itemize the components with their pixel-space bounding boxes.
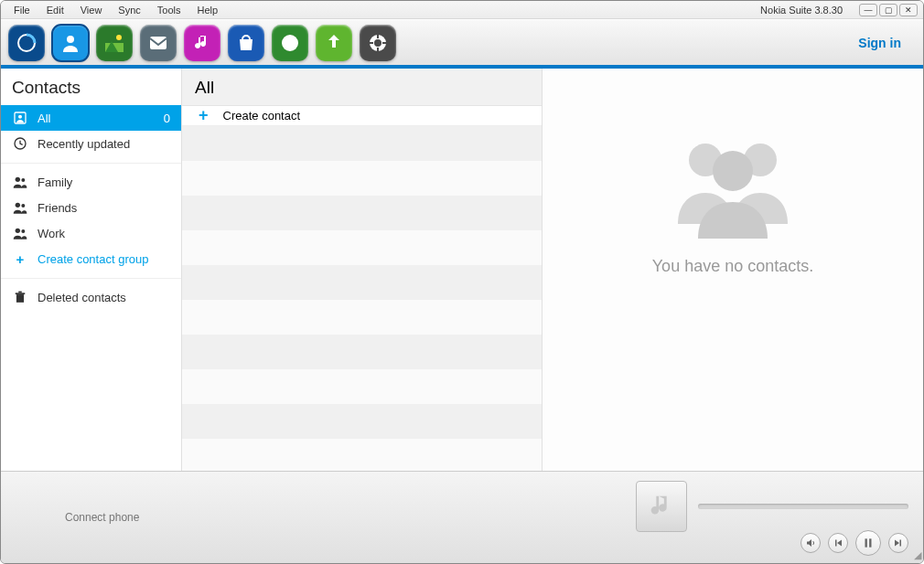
trash-icon: [12, 290, 28, 304]
menu-edit[interactable]: Edit: [39, 3, 71, 17]
group-icon: [12, 227, 28, 239]
contacts-icon[interactable]: [52, 25, 89, 61]
svg-point-18: [21, 204, 25, 208]
svg-rect-11: [382, 42, 387, 44]
music-player: [636, 481, 908, 532]
list-header: All: [182, 69, 542, 106]
sidebar-item-count: 0: [164, 112, 170, 125]
menu-sync[interactable]: Sync: [111, 3, 147, 17]
svg-point-19: [16, 229, 20, 233]
sidebar-item-label: Friends: [38, 201, 77, 215]
sidebar-create-group[interactable]: + Create contact group: [1, 246, 181, 271]
sidebar-item-label: All: [38, 112, 50, 125]
main-area: Contacts All 0 Recently updated Family F…: [1, 69, 923, 471]
group-icon: [12, 201, 28, 214]
app-title: Nokia Suite 3.8.30: [760, 5, 843, 16]
svg-point-26: [713, 151, 753, 191]
next-button[interactable]: [888, 533, 908, 553]
svg-rect-21: [16, 294, 24, 303]
create-contact-label: Create contact: [223, 109, 301, 122]
empty-state-text: You have no contacts.: [652, 257, 813, 276]
sidebar-item-family[interactable]: Family: [1, 169, 181, 195]
sidebar-item-label: Deleted contacts: [38, 291, 126, 304]
svg-rect-10: [369, 42, 373, 44]
svg-point-5: [282, 35, 298, 51]
sidebar-item-deleted[interactable]: Deleted contacts: [1, 284, 181, 310]
pause-button[interactable]: [855, 530, 881, 556]
svg-rect-23: [18, 292, 22, 293]
contact-list-column: All + Create contact: [182, 69, 543, 471]
sidebar-item-label: Recently updated: [38, 137, 130, 151]
detail-pane: You have no contacts.: [543, 69, 923, 471]
plus-icon: +: [12, 251, 28, 267]
svg-point-20: [21, 229, 25, 233]
close-button[interactable]: ✕: [899, 4, 918, 16]
store-icon[interactable]: [228, 25, 264, 61]
signin-link[interactable]: Sign in: [858, 36, 901, 50]
svg-rect-9: [377, 48, 379, 52]
svg-point-13: [18, 115, 22, 119]
clock-icon: [12, 136, 28, 151]
sidebar-item-label: Work: [38, 227, 65, 240]
svg-point-1: [67, 36, 74, 43]
resize-grip-icon[interactable]: ◢: [914, 549, 921, 561]
svg-point-3: [116, 35, 122, 40]
empty-contacts-icon: [660, 123, 806, 246]
prev-button[interactable]: [828, 533, 848, 553]
plus-icon: +: [199, 106, 209, 125]
maps-icon[interactable]: [272, 25, 308, 61]
sidebar-item-all[interactable]: All 0: [1, 105, 181, 131]
svg-point-17: [16, 203, 20, 208]
gallery-icon[interactable]: [96, 25, 133, 61]
music-icon[interactable]: [184, 25, 220, 61]
menu-bar: File Edit View Sync Tools Help: [6, 3, 225, 17]
album-art-icon[interactable]: [636, 481, 687, 532]
svg-rect-27: [865, 538, 867, 547]
sidebar-title: Contacts: [1, 69, 181, 105]
progress-bar[interactable]: [698, 504, 908, 509]
titlebar: File Edit View Sync Tools Help Nokia Sui…: [1, 1, 923, 19]
home-icon[interactable]: [8, 25, 45, 61]
menu-file[interactable]: File: [6, 3, 38, 17]
svg-point-15: [16, 177, 20, 182]
sidebar-item-friends[interactable]: Friends: [1, 195, 181, 220]
maximize-button[interactable]: ▢: [879, 4, 897, 16]
player-controls: [800, 530, 908, 556]
footer: Connect phone ◢: [1, 471, 923, 563]
group-icon: [12, 176, 28, 188]
svg-rect-4: [150, 37, 167, 49]
empty-list-stripes: [182, 126, 542, 474]
sidebar-item-label: Create contact group: [38, 252, 148, 266]
volume-button[interactable]: [800, 533, 821, 553]
minimize-button[interactable]: —: [859, 4, 877, 16]
sidebar-item-work[interactable]: Work: [1, 220, 181, 246]
menu-tools[interactable]: Tools: [150, 3, 188, 17]
sidebar-item-label: Family: [38, 176, 72, 189]
toolbar: Sign in: [1, 19, 923, 65]
create-contact-button[interactable]: + Create contact: [182, 106, 542, 126]
sidebar: Contacts All 0 Recently updated Family F…: [1, 69, 182, 471]
svg-point-7: [374, 39, 381, 47]
support-icon[interactable]: [360, 25, 396, 61]
contact-card-icon: [12, 111, 28, 125]
svg-rect-8: [377, 34, 379, 38]
menu-view[interactable]: View: [73, 3, 110, 17]
sidebar-item-recent[interactable]: Recently updated: [1, 131, 181, 156]
connect-phone-link[interactable]: Connect phone: [65, 511, 139, 524]
svg-point-16: [21, 178, 25, 182]
messaging-icon[interactable]: [140, 25, 177, 61]
software-update-icon[interactable]: [316, 25, 352, 61]
svg-rect-22: [16, 293, 26, 294]
menu-help[interactable]: Help: [190, 3, 226, 17]
svg-rect-28: [869, 538, 871, 547]
